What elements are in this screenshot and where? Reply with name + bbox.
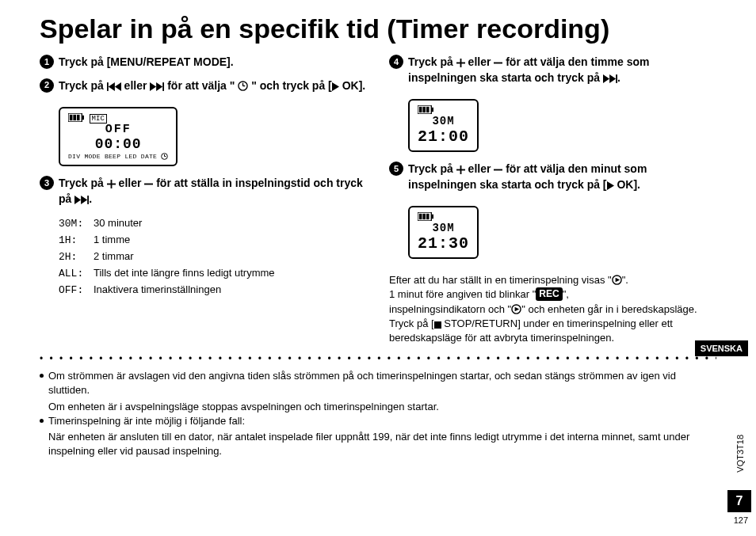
battery-icon xyxy=(418,212,433,221)
right-column: 4 Tryck på eller för att välja den timme… xyxy=(389,55,716,345)
step-number-4: 4 xyxy=(389,55,403,69)
step-number-2: 2 xyxy=(40,78,54,93)
footnotes: Om strömmen är avslagen vid den angivna … xyxy=(40,369,716,458)
page-number-box: 7 xyxy=(727,490,751,512)
language-tab: SVENSKA xyxy=(695,340,748,356)
clockplay-icon xyxy=(612,275,622,285)
page-number-small: 127 xyxy=(734,515,748,525)
step-number-1: 1 xyxy=(40,55,54,69)
plus-icon xyxy=(456,165,465,174)
left-column: 1 Tryck på [MENU/REPEAT MODE]. 2 Tryck p… xyxy=(40,55,367,345)
clock-icon xyxy=(161,153,168,160)
lcd-screen-2: 30M 21:00 xyxy=(408,99,479,153)
step-number-3: 3 xyxy=(40,176,54,190)
lcd-screen-1: MIC OFF 00:00 DIV MODE BEEP LED DATE xyxy=(59,107,178,167)
minus-icon xyxy=(144,180,153,188)
prev-icon xyxy=(107,82,121,91)
plus-icon xyxy=(107,180,116,188)
step-2: 2 Tryck på eller för att välja " " och t… xyxy=(40,78,367,94)
doc-code: VQT3T18 xyxy=(735,435,745,473)
play-icon xyxy=(332,82,339,91)
battery-icon xyxy=(418,105,433,114)
next-icon xyxy=(150,82,164,91)
page-title: Spelar in på en specifik tid (Timer reco… xyxy=(40,14,716,44)
next-icon xyxy=(603,74,617,83)
stop-icon xyxy=(434,321,441,329)
step-5: 5 Tryck på eller för att välja den minut… xyxy=(389,162,716,192)
step-4: 4 Tryck på eller för att välja den timme… xyxy=(389,55,716,86)
clockplay-icon xyxy=(511,304,521,314)
separator-dots: • • • • • • • • • • • • • • • • • • • • … xyxy=(40,353,716,364)
play-icon xyxy=(607,181,614,190)
rec-chip: REC xyxy=(536,287,562,301)
step-1: 1 Tryck på [MENU/REPEAT MODE]. xyxy=(40,55,367,70)
minus-icon xyxy=(494,165,502,174)
plus-icon xyxy=(456,59,465,67)
duration-definitions: 30M:30 minuter 1H:1 timme 2H:2 timmar AL… xyxy=(59,215,367,299)
battery-icon xyxy=(68,113,84,122)
step-number-5: 5 xyxy=(389,162,403,176)
lcd-screen-3: 30M 21:30 xyxy=(408,206,479,260)
minus-icon xyxy=(494,59,502,67)
clock-icon xyxy=(238,81,248,91)
next-icon xyxy=(74,196,89,204)
after-text: Efter att du har ställt in en timerinspe… xyxy=(389,273,716,345)
step-3: 3 Tryck på eller för att ställa in inspe… xyxy=(40,176,367,207)
